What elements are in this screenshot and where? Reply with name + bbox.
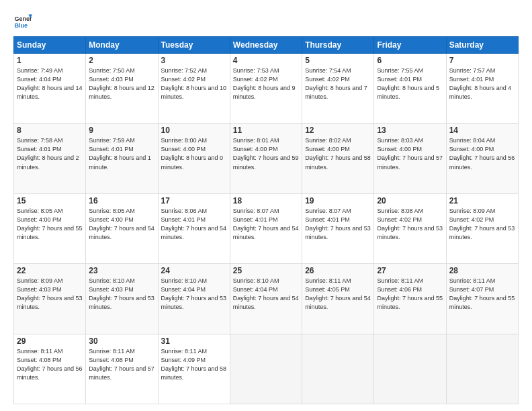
- day-number: 19: [305, 196, 371, 205]
- day-info: Sunrise: 7:53 AM Sunset: 4:02 PM Dayligh…: [233, 66, 299, 101]
- day-info: Sunrise: 8:03 AM Sunset: 4:00 PM Dayligh…: [377, 136, 443, 171]
- calendar-cell: 24 Sunrise: 8:10 AM Sunset: 4:04 PM Dayl…: [158, 264, 230, 334]
- day-info: Sunrise: 8:10 AM Sunset: 4:03 PM Dayligh…: [89, 277, 154, 312]
- day-number: 29: [17, 336, 83, 346]
- calendar-cell: 12 Sunrise: 8:02 AM Sunset: 4:00 PM Dayl…: [302, 124, 374, 193]
- day-number: 20: [377, 196, 443, 205]
- day-number: 24: [161, 266, 227, 275]
- calendar-cell: 10 Sunrise: 8:00 AM Sunset: 4:00 PM Dayl…: [158, 124, 230, 193]
- day-number: 10: [161, 126, 227, 135]
- day-info: Sunrise: 7:58 AM Sunset: 4:01 PM Dayligh…: [17, 136, 83, 171]
- day-info: Sunrise: 8:09 AM Sunset: 4:03 PM Dayligh…: [17, 277, 83, 312]
- logo: General Blue: [13, 11, 32, 30]
- day-number: 7: [449, 56, 515, 65]
- day-info: Sunrise: 8:11 AM Sunset: 4:07 PM Dayligh…: [449, 277, 515, 312]
- calendar-week-row: 15 Sunrise: 8:05 AM Sunset: 4:00 PM Dayl…: [14, 193, 519, 263]
- weekday-header-thursday: Thursday: [302, 37, 374, 54]
- day-number: 14: [449, 126, 515, 135]
- day-info: Sunrise: 8:05 AM Sunset: 4:00 PM Dayligh…: [17, 207, 83, 242]
- day-number: 21: [449, 196, 515, 205]
- calendar-cell: 8 Sunrise: 7:58 AM Sunset: 4:01 PM Dayli…: [14, 124, 86, 193]
- svg-text:Blue: Blue: [14, 22, 28, 29]
- day-number: 30: [89, 336, 154, 346]
- weekday-header-friday: Friday: [374, 37, 446, 54]
- day-info: Sunrise: 7:55 AM Sunset: 4:01 PM Dayligh…: [377, 66, 443, 101]
- calendar-week-row: 8 Sunrise: 7:58 AM Sunset: 4:01 PM Dayli…: [14, 124, 519, 193]
- calendar-cell: 22 Sunrise: 8:09 AM Sunset: 4:03 PM Dayl…: [14, 264, 86, 334]
- page: General Blue SundayMondayTuesdayWednesda…: [0, 0, 532, 411]
- day-number: 3: [161, 56, 227, 65]
- day-number: 2: [89, 56, 154, 65]
- weekday-header-sunday: Sunday: [14, 37, 86, 54]
- day-info: Sunrise: 8:06 AM Sunset: 4:01 PM Dayligh…: [161, 207, 227, 242]
- day-number: 13: [377, 126, 443, 135]
- day-number: 6: [377, 56, 443, 65]
- day-number: 1: [17, 56, 83, 65]
- day-number: 16: [89, 196, 154, 205]
- day-info: Sunrise: 8:11 AM Sunset: 4:05 PM Dayligh…: [305, 277, 371, 312]
- day-number: 5: [305, 56, 371, 65]
- weekday-header-monday: Monday: [86, 37, 158, 54]
- day-number: 23: [89, 266, 154, 275]
- day-info: Sunrise: 8:11 AM Sunset: 4:09 PM Dayligh…: [161, 347, 227, 382]
- day-number: 12: [305, 126, 371, 135]
- day-info: Sunrise: 8:00 AM Sunset: 4:00 PM Dayligh…: [161, 136, 227, 171]
- calendar-cell: 17 Sunrise: 8:06 AM Sunset: 4:01 PM Dayl…: [158, 193, 230, 263]
- weekday-header-row: SundayMondayTuesdayWednesdayThursdayFrid…: [14, 37, 519, 54]
- day-number: 22: [17, 266, 83, 275]
- day-info: Sunrise: 8:11 AM Sunset: 4:08 PM Dayligh…: [17, 347, 83, 382]
- calendar-cell: 4 Sunrise: 7:53 AM Sunset: 4:02 PM Dayli…: [230, 54, 302, 124]
- calendar-cell: 30 Sunrise: 8:11 AM Sunset: 4:08 PM Dayl…: [86, 334, 158, 404]
- calendar-cell: 16 Sunrise: 8:05 AM Sunset: 4:00 PM Dayl…: [86, 193, 158, 263]
- header: General Blue: [13, 11, 519, 30]
- day-number: 28: [449, 266, 515, 275]
- day-info: Sunrise: 7:52 AM Sunset: 4:02 PM Dayligh…: [161, 66, 227, 101]
- calendar-cell: 29 Sunrise: 8:11 AM Sunset: 4:08 PM Dayl…: [14, 334, 86, 404]
- calendar-cell: 9 Sunrise: 7:59 AM Sunset: 4:01 PM Dayli…: [86, 124, 158, 193]
- day-number: 18: [233, 196, 299, 205]
- day-info: Sunrise: 7:50 AM Sunset: 4:03 PM Dayligh…: [89, 66, 154, 101]
- calendar-week-row: 29 Sunrise: 8:11 AM Sunset: 4:08 PM Dayl…: [14, 334, 519, 404]
- weekday-header-tuesday: Tuesday: [158, 37, 230, 54]
- calendar-table: SundayMondayTuesdayWednesdayThursdayFrid…: [13, 36, 519, 404]
- calendar-cell: 25 Sunrise: 8:10 AM Sunset: 4:04 PM Dayl…: [230, 264, 302, 334]
- day-number: 15: [17, 196, 83, 205]
- day-info: Sunrise: 8:11 AM Sunset: 4:06 PM Dayligh…: [377, 277, 443, 312]
- calendar-cell: 26 Sunrise: 8:11 AM Sunset: 4:05 PM Dayl…: [302, 264, 374, 334]
- calendar-cell: 3 Sunrise: 7:52 AM Sunset: 4:02 PM Dayli…: [158, 54, 230, 124]
- day-info: Sunrise: 8:07 AM Sunset: 4:01 PM Dayligh…: [233, 207, 299, 242]
- calendar-week-row: 22 Sunrise: 8:09 AM Sunset: 4:03 PM Dayl…: [14, 264, 519, 334]
- day-info: Sunrise: 8:09 AM Sunset: 4:02 PM Dayligh…: [449, 207, 515, 242]
- day-info: Sunrise: 8:10 AM Sunset: 4:04 PM Dayligh…: [233, 277, 299, 312]
- day-number: 4: [233, 56, 299, 65]
- weekday-header-wednesday: Wednesday: [230, 37, 302, 54]
- day-info: Sunrise: 7:54 AM Sunset: 4:02 PM Dayligh…: [305, 66, 371, 101]
- calendar-cell: 19 Sunrise: 8:07 AM Sunset: 4:01 PM Dayl…: [302, 193, 374, 263]
- calendar-cell: [374, 334, 446, 404]
- calendar-cell: 21 Sunrise: 8:09 AM Sunset: 4:02 PM Dayl…: [446, 193, 518, 263]
- day-info: Sunrise: 8:07 AM Sunset: 4:01 PM Dayligh…: [305, 207, 371, 242]
- calendar-cell: 31 Sunrise: 8:11 AM Sunset: 4:09 PM Dayl…: [158, 334, 230, 404]
- day-number: 25: [233, 266, 299, 275]
- calendar-cell: 28 Sunrise: 8:11 AM Sunset: 4:07 PM Dayl…: [446, 264, 518, 334]
- day-info: Sunrise: 8:02 AM Sunset: 4:00 PM Dayligh…: [305, 136, 371, 171]
- weekday-header-saturday: Saturday: [446, 37, 518, 54]
- day-number: 9: [89, 126, 154, 135]
- day-info: Sunrise: 8:04 AM Sunset: 4:00 PM Dayligh…: [449, 136, 515, 171]
- day-info: Sunrise: 8:01 AM Sunset: 4:00 PM Dayligh…: [233, 136, 299, 171]
- calendar-cell: 6 Sunrise: 7:55 AM Sunset: 4:01 PM Dayli…: [374, 54, 446, 124]
- day-number: 31: [161, 336, 227, 346]
- logo-icon: General Blue: [13, 11, 32, 30]
- day-info: Sunrise: 8:11 AM Sunset: 4:08 PM Dayligh…: [89, 347, 154, 382]
- calendar-cell: 7 Sunrise: 7:57 AM Sunset: 4:01 PM Dayli…: [446, 54, 518, 124]
- day-info: Sunrise: 7:57 AM Sunset: 4:01 PM Dayligh…: [449, 66, 515, 101]
- calendar-cell: [230, 334, 302, 404]
- calendar-cell: [446, 334, 518, 404]
- calendar-cell: 5 Sunrise: 7:54 AM Sunset: 4:02 PM Dayli…: [302, 54, 374, 124]
- calendar-cell: 11 Sunrise: 8:01 AM Sunset: 4:00 PM Dayl…: [230, 124, 302, 193]
- calendar-cell: [302, 334, 374, 404]
- calendar-cell: 27 Sunrise: 8:11 AM Sunset: 4:06 PM Dayl…: [374, 264, 446, 334]
- calendar-cell: 13 Sunrise: 8:03 AM Sunset: 4:00 PM Dayl…: [374, 124, 446, 193]
- calendar-cell: 20 Sunrise: 8:08 AM Sunset: 4:02 PM Dayl…: [374, 193, 446, 263]
- calendar-cell: 23 Sunrise: 8:10 AM Sunset: 4:03 PM Dayl…: [86, 264, 158, 334]
